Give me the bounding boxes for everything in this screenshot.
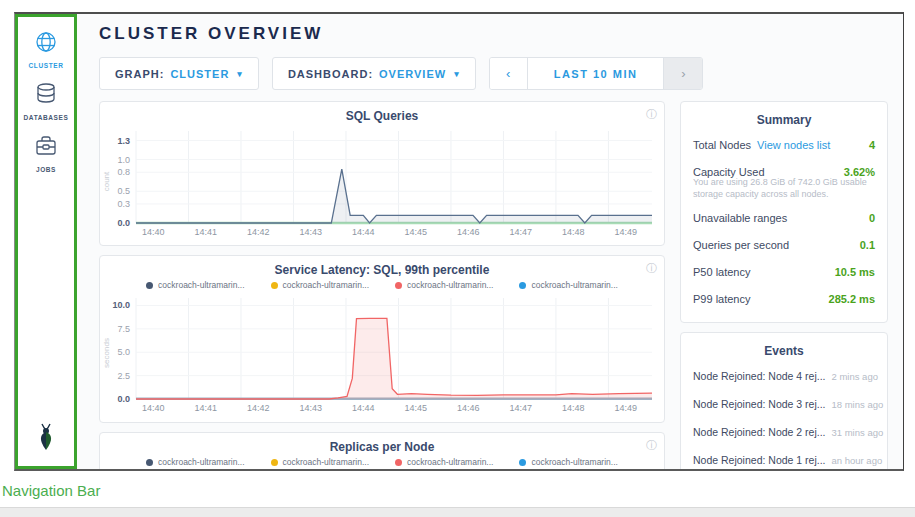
annotation-caption: Navigation Bar	[2, 482, 100, 499]
svg-text:14:48: 14:48	[562, 227, 585, 237]
info-icon[interactable]: ⓘ	[646, 438, 657, 453]
legend-dot-icon	[395, 459, 402, 466]
event-message: Node Rejoined: Node 3 rej...	[693, 398, 826, 410]
page-title: CLUSTER OVERVIEW	[99, 24, 903, 44]
toolbar: GRAPH: CLUSTER ▾ DASHBOARD: OVERVIEW ▾ ‹…	[99, 57, 903, 90]
chart-title: SQL Queries	[100, 109, 664, 123]
chevron-down-icon: ▾	[237, 69, 243, 79]
svg-text:0.5: 0.5	[117, 186, 130, 196]
sidebar-item-jobs[interactable]: JOBS	[34, 134, 58, 173]
svg-text:7.5: 7.5	[117, 324, 130, 334]
svg-text:14:46: 14:46	[457, 227, 480, 237]
side-column: Summary Total Nodes View nodes list 4 Ca…	[680, 101, 888, 469]
svg-text:0.0: 0.0	[117, 218, 130, 228]
event-time: an hour ago	[826, 455, 883, 466]
svg-text:14:49: 14:49	[614, 403, 637, 413]
svg-text:14:47: 14:47	[510, 403, 533, 413]
globe-icon	[34, 30, 58, 58]
legend-dot-icon	[519, 459, 526, 466]
legend-item[interactable]: cockroach-ultramarin...	[395, 457, 493, 467]
unavailable-ranges-value: 0	[869, 212, 875, 224]
event-row: Node Rejoined: Node 4 rej... 2 mins ago	[693, 362, 875, 390]
qps-label: Queries per second	[693, 239, 789, 251]
main-content: CLUSTER OVERVIEW GRAPH: CLUSTER ▾ DASHBO…	[77, 14, 903, 469]
service-latency-chart[interactable]: 10.07.55.02.50.014:4014:4114:4214:4314:4…	[100, 292, 660, 414]
sidebar-item-cluster[interactable]: CLUSTER	[29, 30, 64, 69]
svg-text:14:48: 14:48	[562, 403, 585, 413]
events-panel: Events Node Rejoined: Node 4 rej... 2 mi…	[680, 332, 888, 469]
chart-title: Replicas per Node	[100, 440, 664, 454]
view-nodes-list-link[interactable]: View nodes list	[757, 139, 830, 151]
svg-text:1.3: 1.3	[117, 136, 130, 146]
svg-text:14:49: 14:49	[614, 227, 637, 237]
navigation-bar: CLUSTER DATABASES	[15, 14, 77, 469]
legend-item[interactable]: cockroach-ultramarin...	[519, 457, 617, 467]
legend-item[interactable]: cockroach-ultramarin...	[146, 280, 244, 290]
event-time: 18 mins ago	[826, 399, 884, 410]
svg-text:14:44: 14:44	[352, 227, 375, 237]
graph-dropdown[interactable]: GRAPH: CLUSTER ▾	[99, 57, 259, 90]
svg-text:10.0: 10.0	[112, 300, 130, 310]
legend-item[interactable]: cockroach-ultramarin...	[519, 280, 617, 290]
summary-row-p99: P99 latency 285.2 ms	[693, 285, 875, 312]
summary-row-total-nodes: Total Nodes View nodes list 4	[693, 131, 875, 158]
svg-text:14:40: 14:40	[142, 227, 165, 237]
svg-text:0.0: 0.0	[117, 394, 130, 404]
svg-text:seconds: seconds	[102, 338, 111, 368]
event-message: Node Rejoined: Node 2 rej...	[693, 426, 826, 438]
svg-text:14:42: 14:42	[247, 403, 270, 413]
event-row: Node Rejoined: Node 3 rej... 18 mins ago	[693, 390, 875, 418]
legend-dot-icon	[146, 282, 153, 289]
chart-legend: cockroach-ultramarin...cockroach-ultrama…	[100, 280, 664, 290]
svg-text:0.8: 0.8	[117, 167, 130, 177]
sidebar-item-label: DATABASES	[24, 114, 69, 121]
svg-text:14:45: 14:45	[405, 403, 428, 413]
svg-text:5.0: 5.0	[117, 347, 130, 357]
event-message: Node Rejoined: Node 4 rej...	[693, 370, 826, 382]
legend-dot-icon	[146, 459, 153, 466]
legend-item[interactable]: cockroach-ultramarin...	[146, 457, 244, 467]
svg-text:14:41: 14:41	[195, 403, 218, 413]
time-range-label[interactable]: LAST 10 MIN	[528, 58, 665, 89]
legend-dot-icon	[271, 459, 278, 466]
legend-item[interactable]: cockroach-ultramarin...	[271, 457, 369, 467]
summary-title: Summary	[693, 102, 875, 131]
chart-legend: cockroach-ultramarin...cockroach-ultrama…	[100, 457, 664, 467]
summary-row-p50: P50 latency 10.5 ms	[693, 258, 875, 285]
svg-text:14:46: 14:46	[457, 403, 480, 413]
svg-text:14:43: 14:43	[300, 403, 323, 413]
legend-item[interactable]: cockroach-ultramarin...	[395, 280, 493, 290]
events-title: Events	[693, 333, 875, 362]
info-icon[interactable]: ⓘ	[646, 107, 657, 122]
dashboard-dropdown-value: OVERVIEW	[379, 68, 446, 80]
svg-text:14:45: 14:45	[405, 227, 428, 237]
legend-item[interactable]: cockroach-ultramarin...	[271, 280, 369, 290]
legend-dot-icon	[271, 282, 278, 289]
database-icon	[35, 82, 57, 110]
info-icon[interactable]: ⓘ	[646, 261, 657, 276]
summary-panel: Summary Total Nodes View nodes list 4 Ca…	[680, 101, 888, 323]
svg-text:14:43: 14:43	[300, 227, 323, 237]
sql-queries-chart[interactable]: 1.31.00.80.50.30.014:4014:4114:4214:4314…	[100, 125, 660, 238]
graph-dropdown-value: CLUSTER	[170, 68, 229, 80]
admin-ui-window: CLUSTER DATABASES	[14, 12, 904, 471]
chart-card-replicas-per-node: Replicas per Node ⓘ cockroach-ultramarin…	[99, 432, 665, 469]
qps-value: 0.1	[860, 239, 875, 251]
dashboard-dropdown[interactable]: DASHBOARD: OVERVIEW ▾	[272, 57, 476, 90]
sidebar-item-databases[interactable]: DATABASES	[24, 82, 69, 121]
p50-latency-value: 10.5 ms	[835, 266, 875, 278]
time-range-picker: ‹ LAST 10 MIN ›	[489, 57, 704, 90]
svg-text:14:40: 14:40	[142, 403, 165, 413]
svg-text:14:41: 14:41	[195, 227, 218, 237]
event-row: Node Rejoined: Node 2 rej... 31 mins ago	[693, 418, 875, 446]
time-prev-button[interactable]: ‹	[490, 58, 528, 89]
time-next-button[interactable]: ›	[664, 58, 702, 89]
svg-text:14:42: 14:42	[247, 227, 270, 237]
total-nodes-label: Total Nodes	[693, 139, 751, 151]
svg-text:1.0: 1.0	[117, 155, 130, 165]
legend-dot-icon	[519, 282, 526, 289]
chart-card-service-latency: Service Latency: SQL, 99th percentile ⓘ …	[99, 255, 665, 423]
graph-dropdown-label: GRAPH:	[115, 68, 164, 80]
svg-text:14:47: 14:47	[510, 227, 533, 237]
event-message: Node Rejoined: Node 1 rej...	[693, 454, 826, 466]
